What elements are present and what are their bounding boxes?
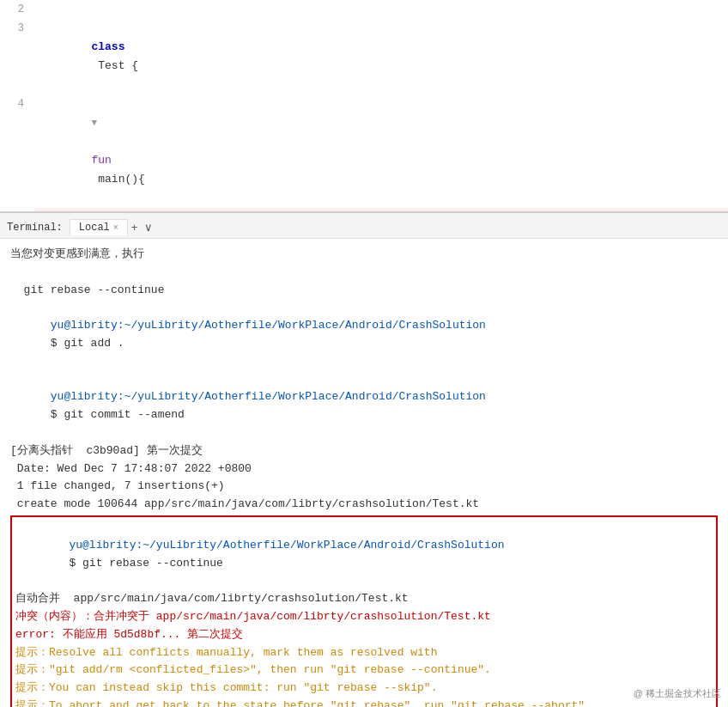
code-editor: 2 3 class Test { 4 ▼ fun main(){ 5 xyxy=(0,0,728,213)
terminal-line-gitadd: yu@librity:~/yuLibrity/Aotherfile/WorkPl… xyxy=(10,299,718,370)
code-line-2: 2 xyxy=(0,0,728,19)
line-num-3: 3 xyxy=(0,19,34,38)
fold-icon-4: ▼ xyxy=(91,118,97,128)
code-lines: 2 3 class Test { 4 ▼ fun main(){ 5 xyxy=(0,0,728,213)
terminal-chevron-button[interactable]: ∨ xyxy=(141,221,156,234)
code-content-4: ▼ fun main(){ xyxy=(34,94,728,208)
terminal-tabs-bar: Terminal: Local × + ∨ xyxy=(0,213,728,239)
keyword-fun: fun xyxy=(91,154,111,167)
terminal-line-gitcommit: yu@librity:~/yuLibrity/Aotherfile/WorkPl… xyxy=(10,371,718,442)
terminal-area: Terminal: Local × + ∨ 当您对变更感到满意，执行 git r… xyxy=(0,213,728,707)
terminal-line-rebase-continue: yu@librity:~/yuLibrity/Aotherfile/WorkPl… xyxy=(15,519,713,590)
line-num-2: 2 xyxy=(0,0,34,19)
watermark: @ 稀土掘金技术社区 xyxy=(634,687,721,700)
error-line-hint1: 提示：Resolve all conflicts manually, mark … xyxy=(15,644,713,662)
terminal-add-button[interactable]: + xyxy=(128,221,142,234)
prompt-gitadd: yu@librity:~/yuLibrity/Aotherfile/WorkPl… xyxy=(51,319,486,332)
keyword-class: class xyxy=(91,40,124,53)
indent-4 xyxy=(91,135,118,148)
error-line-hint2: 提示："git add/rm <conflicted_files>", then… xyxy=(15,661,713,680)
tab-local-label: Local xyxy=(79,222,110,234)
error-line-cannot-apply: error: 不能应用 5d5d8bf... 第二次提交 xyxy=(15,626,713,644)
terminal-line-intro: 当您对变更感到满意，执行 xyxy=(10,246,718,264)
terminal-line-date: Date: Wed Dec 7 17:48:07 2022 +0800 xyxy=(10,460,718,478)
terminal-tab-local[interactable]: Local × xyxy=(70,219,128,235)
cmd-gitadd: $ git add . xyxy=(51,337,124,350)
cmd-gitcommit: $ git commit --amend xyxy=(51,408,185,421)
terminal-label: Terminal: xyxy=(7,222,63,234)
prompt-rebasecontinue: yu@librity:~/yuLibrity/Aotherfile/WorkPl… xyxy=(69,539,504,552)
code-content-3: class Test { xyxy=(34,19,728,94)
terminal-line-create: create mode 100644 app/src/main/java/com… xyxy=(10,496,718,514)
error-line-automerge: 自动合并 app/src/main/java/com/librty/crashs… xyxy=(15,590,713,608)
cmd-rebasecontinue: $ git rebase --continue xyxy=(69,557,222,570)
terminal-content[interactable]: 当您对变更感到满意，执行 git rebase --continue yu@li… xyxy=(0,239,728,707)
fun-name: main(){ xyxy=(91,173,144,186)
terminal-line-rebase-cmd: git rebase --continue xyxy=(10,282,718,300)
error-block: yu@librity:~/yuLibrity/Aotherfile/WorkPl… xyxy=(10,515,718,707)
error-line-conflict: 冲突（内容）：合并冲突于 app/src/main/java/com/librt… xyxy=(15,608,713,626)
terminal-line-detached: [分离头指针 c3b90ad] 第一次提交 xyxy=(10,442,718,460)
error-line-hint4: 提示：To abort and get back to the state be… xyxy=(15,698,713,707)
code-line-4: 4 ▼ fun main(){ xyxy=(0,94,728,208)
line-num-4: 4 xyxy=(0,94,34,113)
class-name: Test { xyxy=(91,59,138,72)
terminal-line-files: 1 file changed, 7 insertions(+) xyxy=(10,478,718,496)
error-line-hint3: 提示：You can instead skip this commit: run… xyxy=(15,680,713,698)
prompt-gitcommit: yu@librity:~/yuLibrity/Aotherfile/WorkPl… xyxy=(51,390,486,403)
code-line-3: 3 class Test { xyxy=(0,19,728,94)
tab-close-icon[interactable]: × xyxy=(113,223,118,233)
terminal-line-blank1 xyxy=(10,264,718,282)
